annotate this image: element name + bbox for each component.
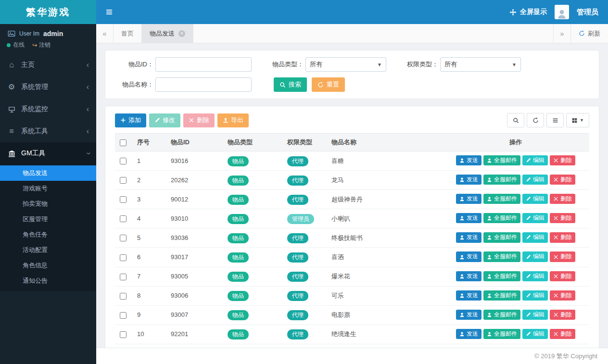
user-icon (459, 235, 465, 240)
item-name-input[interactable] (155, 77, 252, 92)
delete-button[interactable]: 删除 (550, 251, 575, 262)
table-columns-button[interactable]: ▼ (566, 113, 589, 127)
edit-button[interactable]: 编辑 (522, 271, 548, 281)
delete-button[interactable]: 删除 (550, 175, 575, 185)
edit-button[interactable]: 编辑 (522, 310, 548, 320)
row-checkbox[interactable] (120, 293, 127, 300)
sidebar-item-1[interactable]: ⚙系统管理‹ (0, 76, 96, 98)
edit-button[interactable]: 编辑 (522, 329, 548, 339)
sidebar-subitem-2[interactable]: 拍卖宠物 (0, 196, 96, 212)
mail-all-button[interactable]: 全服邮件 (483, 290, 520, 301)
modify-button[interactable]: 修改 (149, 113, 180, 127)
table-refresh-button[interactable] (527, 113, 544, 127)
online-label: 在线 (13, 41, 25, 49)
edit-button[interactable]: 编辑 (522, 155, 548, 165)
row-checkbox[interactable] (120, 331, 127, 338)
select-all-checkbox[interactable] (120, 139, 127, 146)
avatar[interactable] (555, 5, 569, 19)
send-button[interactable]: 发送 (456, 155, 481, 165)
sidebar-subitem-5[interactable]: 活动配置 (0, 242, 96, 258)
tabs-scroll-right-icon[interactable]: » (553, 24, 570, 43)
sidebar-item-4[interactable]: GM工具‹ (0, 142, 96, 164)
edit-button[interactable]: 编辑 (522, 232, 548, 242)
sidebar-subitem-0[interactable]: 物品发送 (0, 165, 96, 181)
send-button[interactable]: 发送 (456, 251, 481, 262)
row-checkbox[interactable] (120, 196, 127, 203)
perm-type-label: 权限类型： (401, 60, 438, 69)
mail-all-button[interactable]: 全服邮件 (483, 251, 520, 262)
header-no: 序号 (133, 134, 167, 151)
sidebar-subitem-6[interactable]: 角色信息 (0, 258, 96, 273)
delete-button[interactable]: 删除 (550, 329, 575, 339)
delete-button[interactable]: 删除 (550, 290, 575, 301)
send-button[interactable]: 发送 (456, 232, 481, 242)
mail-all-button[interactable]: 全服邮件 (483, 213, 520, 223)
edit-button[interactable]: 编辑 (522, 290, 548, 301)
tab-0[interactable]: 首页 (114, 24, 142, 43)
sidebar-subitem-3[interactable]: 区服管理 (0, 212, 96, 227)
table-search-toggle-button[interactable] (507, 113, 524, 127)
sidebar-subitem-4[interactable]: 角色任务 (0, 227, 96, 242)
item-id-input[interactable] (155, 57, 252, 72)
row-checkbox[interactable] (120, 215, 127, 222)
mail-all-button[interactable]: 全服邮件 (483, 310, 520, 320)
add-button[interactable]: 添加 (115, 113, 146, 127)
header-perm-type: 权限类型 (283, 134, 328, 151)
delete-button[interactable]: 删除 (550, 310, 575, 320)
mail-all-button[interactable]: 全服邮件 (483, 155, 520, 165)
send-button[interactable]: 发送 (456, 290, 481, 301)
fullscreen-button[interactable]: 全屏显示 (509, 8, 547, 16)
reset-button[interactable]: 重置 (312, 77, 345, 92)
app-logo: 繁华游戏 (0, 0, 96, 24)
send-button[interactable]: 发送 (456, 194, 481, 204)
send-button[interactable]: 发送 (456, 329, 481, 339)
sidebar-item-2[interactable]: 系统监控‹ (0, 98, 96, 120)
edit-button[interactable]: 编辑 (522, 194, 548, 204)
export-button[interactable]: 导出 (217, 113, 249, 127)
delete-button[interactable]: 删除 (550, 213, 575, 223)
edit-button[interactable]: 编辑 (522, 175, 548, 185)
table-view-toggle-button[interactable] (546, 113, 564, 127)
mail-all-button[interactable]: 全服邮件 (483, 194, 520, 204)
mail-all-button[interactable]: 全服邮件 (483, 329, 520, 339)
delete-button[interactable]: 删除 (550, 271, 575, 281)
current-user-label[interactable]: 管理员 (577, 8, 598, 17)
tab-1[interactable]: 物品发送× (142, 24, 193, 43)
row-checkbox[interactable] (120, 158, 127, 164)
close-icon[interactable]: × (178, 30, 185, 37)
send-button[interactable]: 发送 (456, 271, 481, 281)
sidebar-item-0[interactable]: ⌂主页‹ (0, 54, 96, 76)
row-checkbox[interactable] (120, 312, 127, 319)
row-checkbox[interactable] (120, 274, 127, 280)
delete-button[interactable]: 删除 (550, 194, 575, 204)
tabs-scroll-left-icon[interactable]: « (96, 24, 114, 43)
logout-link[interactable]: 注销 (39, 41, 51, 49)
sidebar-subitem-7[interactable]: 通知公告 (0, 273, 96, 289)
edit-button[interactable]: 编辑 (522, 251, 548, 262)
sidebar-menu: ⌂主页‹⚙系统管理‹系统监控‹≡系统工具‹GM工具‹物品发送游戏账号拍卖宠物区服… (0, 54, 96, 291)
perm-type-select[interactable]: 所有 ▼ (440, 57, 521, 72)
mail-all-button[interactable]: 全服邮件 (483, 175, 520, 185)
row-checkbox[interactable] (120, 177, 127, 184)
send-button[interactable]: 发送 (456, 175, 481, 185)
item-name-label: 物品名称： (116, 80, 153, 89)
user-icon (487, 235, 492, 240)
sidebar-item-3[interactable]: ≡系统工具‹ (0, 120, 96, 142)
row-checkbox[interactable] (120, 235, 127, 241)
send-button[interactable]: 发送 (456, 310, 481, 320)
delete-button[interactable]: 删除 (550, 155, 575, 165)
row-checkbox[interactable] (120, 254, 127, 261)
item-type-select[interactable]: 所有 ▼ (305, 57, 386, 72)
delete-button[interactable]: 删除 (550, 232, 575, 242)
mail-all-button[interactable]: 全服邮件 (483, 232, 520, 242)
top-nav: ≡ 全屏显示 管理员 (96, 0, 608, 24)
refresh-tab-button[interactable]: 刷新 (570, 24, 608, 43)
hamburger-menu-icon[interactable]: ≡ (106, 6, 113, 18)
delete-button[interactable]: 删除 (183, 113, 215, 127)
search-button[interactable]: 搜索 (274, 77, 307, 92)
cell-item-id: 93005 (167, 267, 224, 286)
send-button[interactable]: 发送 (456, 213, 481, 223)
edit-button[interactable]: 编辑 (522, 213, 548, 223)
mail-all-button[interactable]: 全服邮件 (483, 271, 520, 281)
sidebar-subitem-1[interactable]: 游戏账号 (0, 181, 96, 196)
